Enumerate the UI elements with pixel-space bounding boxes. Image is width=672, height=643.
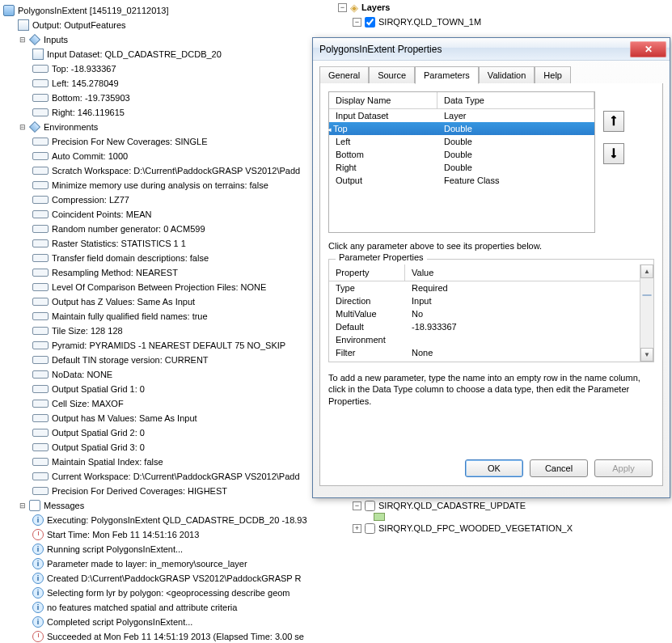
move-down-button[interactable]: 🠗	[603, 143, 624, 164]
tree-env-row[interactable]: Resampling Method: NEAREST	[3, 265, 332, 280]
tree-messages[interactable]: ⊟ Messages	[3, 498, 332, 513]
property-row[interactable]: DirectionInput	[329, 294, 653, 307]
minus-icon[interactable]: −	[353, 18, 361, 27]
tree-env-row[interactable]: Maintain fully qualified field names: tr…	[3, 309, 332, 324]
scroll-down-icon[interactable]: ▼	[640, 348, 653, 362]
tree-env-row[interactable]: Scratch Workspace: D:\Current\PaddockGRA…	[3, 163, 332, 178]
tree-env-row[interactable]: Output Spatial Grid 2: 0	[3, 425, 332, 440]
property-row[interactable]: Obtained from	[329, 359, 653, 362]
tree-message-row[interactable]: iExecuting: PolygonsInExtent QLD_CADASTR…	[3, 513, 332, 527]
tree-env-row[interactable]: Raster Statistics: STATISTICS 1 1	[3, 236, 332, 251]
property-row[interactable]: MultiValueNo	[329, 307, 653, 320]
tab-help[interactable]: Help	[535, 66, 571, 84]
param-row[interactable]: RightDouble	[329, 161, 594, 174]
param-row[interactable]: TopDouble	[329, 122, 594, 135]
tree-env-row[interactable]: Pyramid: PYRAMIDS -1 NEAREST DEFAULT 75 …	[3, 338, 332, 353]
tree-message-row[interactable]: Start Time: Mon Feb 11 14:51:16 2013	[3, 527, 332, 542]
toc-layers-root[interactable]: − ◈ Layers	[332, 0, 672, 15]
tree-env-row[interactable]: Current Workspace: D:\Current\PaddockGRA…	[3, 469, 332, 484]
tree-input-row[interactable]: Input Dataset: QLD_CADASTRE_DCDB_20	[3, 47, 332, 61]
close-button[interactable]: ✕	[630, 41, 666, 57]
tree-env-row[interactable]: Coincident Points: MEAN	[3, 207, 332, 222]
move-up-button[interactable]: 🠕	[603, 111, 624, 132]
tree-env-row[interactable]: Tile Size: 128 128	[3, 324, 332, 338]
dialog-titlebar[interactable]: PolygonsInExtent Properties ✕	[313, 38, 670, 61]
toc-layer2[interactable]: − SIRQRY.QLD_CADASTRE_UPDATE	[332, 498, 672, 513]
tree-message-row[interactable]: ino features matched spatial and attribu…	[3, 600, 332, 615]
tree-root[interactable]: PolygonsInExtent [145119_02112013]	[3, 3, 332, 18]
tree-env-row[interactable]: Auto Commit: 1000	[3, 149, 332, 163]
tree-env-row[interactable]: Output has M Values: Same As Input	[3, 411, 332, 425]
layer-visibility-checkbox[interactable]	[365, 501, 375, 511]
parameters-table[interactable]: Display Name Data Type Input DatasetLaye…	[328, 91, 595, 233]
cancel-button[interactable]: Cancel	[530, 459, 588, 477]
tree-message-row[interactable]: iRunning script PolygonsInExtent...	[3, 542, 332, 556]
layer-icon	[18, 19, 29, 31]
layer-visibility-checkbox[interactable]	[365, 17, 375, 27]
ok-button[interactable]: OK	[465, 459, 523, 477]
tree-env-row[interactable]: Precision For New Coverages: SINGLE	[3, 134, 332, 149]
scroll-thumb[interactable]	[642, 294, 652, 296]
collapse-icon[interactable]: ⊟	[18, 122, 27, 132]
property-row[interactable]: Default-18.933367	[329, 320, 653, 333]
tree-env-row[interactable]: Transfer field domain descriptions: fals…	[3, 251, 332, 265]
tree-environments[interactable]: ⊟ Environments	[3, 120, 332, 134]
tree-env-row[interactable]: Maintain Spatial Index: false	[3, 455, 332, 469]
collapse-icon[interactable]: ⊟	[18, 501, 27, 510]
tree-env-row[interactable]: Output Spatial Grid 3: 0	[3, 440, 332, 455]
env-value: Random number generator: 0 ACM599	[52, 224, 205, 234]
tree-input-row[interactable]: Right: 146.119615	[3, 105, 332, 120]
minus-icon[interactable]: −	[338, 3, 347, 12]
tree-env-row[interactable]: Level Of Comparison Between Projection F…	[3, 280, 332, 294]
layer-visibility-checkbox[interactable]	[365, 523, 375, 534]
apply-button[interactable]: Apply	[594, 459, 653, 477]
minus-icon[interactable]: −	[353, 501, 361, 510]
param-name: Bottom	[329, 148, 437, 161]
message-text: Running script PolygonsInExtent...	[47, 544, 183, 554]
property-row[interactable]: Environment	[329, 333, 653, 346]
value-icon	[32, 137, 49, 146]
param-row[interactable]: LeftDouble	[329, 135, 594, 148]
tree-env-row[interactable]: Minimize memory use during analysis on t…	[3, 178, 332, 192]
tree-env-row[interactable]: Cell Size: MAXOF	[3, 396, 332, 411]
scroll-up-icon[interactable]: ▲	[640, 264, 653, 278]
tree-input-row[interactable]: Top: -18.933367	[3, 61, 332, 76]
param-row[interactable]: BottomDouble	[329, 148, 594, 161]
property-key: Environment	[329, 333, 405, 346]
param-type: Double	[437, 161, 594, 174]
tab-validation[interactable]: Validation	[479, 66, 535, 84]
tree-env-row[interactable]: Compression: LZ77	[3, 192, 332, 207]
tree-input-row[interactable]: Bottom: -19.735903	[3, 91, 332, 105]
param-row[interactable]: OutputFeature Class	[329, 174, 594, 187]
toc-layer1[interactable]: − SIRQRY.QLD_TOWN_1M	[332, 15, 672, 29]
tree-message-row[interactable]: iCreated D:\Current\PaddockGRASP VS2012\…	[3, 571, 332, 586]
property-value: No	[405, 307, 429, 320]
tree-env-row[interactable]: Random number generator: 0 ACM599	[3, 222, 332, 236]
tab-source[interactable]: Source	[369, 66, 415, 84]
tree-env-row[interactable]: Output Spatial Grid 1: 0	[3, 382, 332, 396]
tree-env-row[interactable]: Default TIN storage version: CURRENT	[3, 353, 332, 367]
tree-inputs[interactable]: ⊟ Inputs	[3, 32, 332, 47]
tab-parameters[interactable]: Parameters	[415, 66, 479, 84]
collapse-icon[interactable]: ⊟	[18, 35, 27, 44]
tree-env-row[interactable]: NoData: NONE	[3, 367, 332, 382]
tab-general[interactable]: General	[319, 66, 369, 84]
input-value: Left: 145.278049	[52, 78, 119, 88]
toc-layer2-label: SIRQRY.QLD_CADASTRE_UPDATE	[378, 501, 526, 510]
param-type: Double	[437, 135, 594, 148]
tree-env-row[interactable]: Output has Z Values: Same As Input	[3, 294, 332, 309]
tree-message-row[interactable]: iCompleted script PolygonsInExtent...	[3, 615, 332, 629]
param-row[interactable]: Input DatasetLayer	[329, 109, 594, 122]
properties-legend: Parameter Properties	[336, 252, 427, 262]
plus-icon[interactable]: +	[353, 524, 361, 533]
property-row[interactable]: TypeRequired	[329, 281, 653, 294]
tree-env-row[interactable]: Precision For Derived Coverages: HIGHEST	[3, 484, 332, 498]
toc-layer3[interactable]: + SIRQRY.QLD_FPC_WOODED_VEGETATION_X	[332, 521, 672, 535]
tree-message-row[interactable]: iParameter made to layer: in_memory\sour…	[3, 556, 332, 571]
tree-output[interactable]: Output: OutputFeatures	[3, 18, 332, 32]
tree-message-row[interactable]: Succeeded at Mon Feb 11 14:51:19 2013 (E…	[3, 629, 332, 643]
tree-input-row[interactable]: Left: 145.278049	[3, 76, 332, 91]
scrollbar[interactable]: ▲ ▼	[640, 264, 653, 362]
property-row[interactable]: FilterNone	[329, 346, 653, 359]
tree-message-row[interactable]: iSelecting form lyr by polygon: <geoproc…	[3, 586, 332, 600]
